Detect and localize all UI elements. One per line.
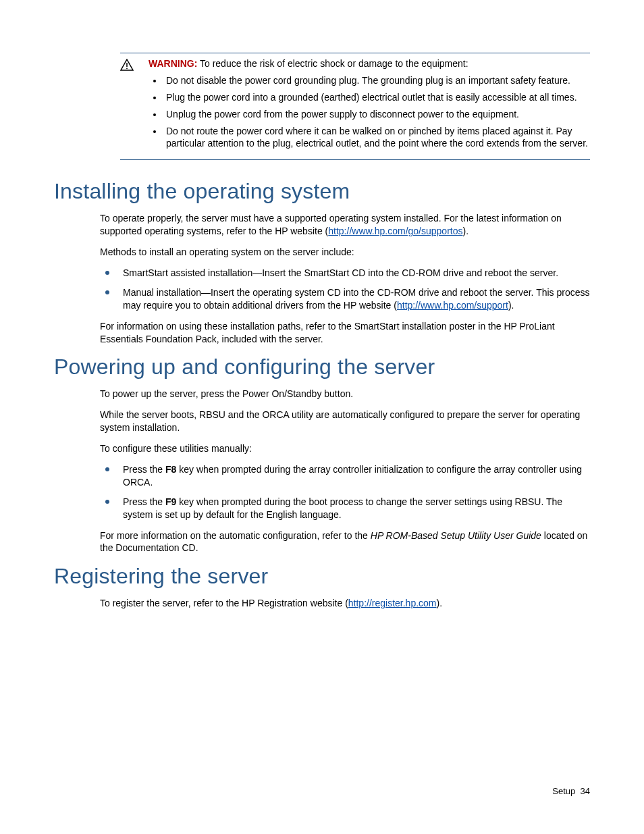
f8-key: F8 xyxy=(165,464,176,475)
footer-section: Setup xyxy=(552,786,575,796)
heading-registering: Registering the server xyxy=(54,564,590,589)
list-item: SmartStart assisted installation—Insert … xyxy=(100,267,590,280)
powering-p3: To configure these utilities manually: xyxy=(100,442,590,455)
f9-key: F9 xyxy=(165,496,176,507)
warning-label: WARNING: xyxy=(149,58,197,69)
powering-p4: For more information on the automatic co… xyxy=(100,529,590,555)
list-item: Manual installation—Insert the operating… xyxy=(100,286,590,312)
guide-title: HP ROM-Based Setup Utility User Guide xyxy=(371,530,541,541)
warning-item: Do not route the power cord where it can… xyxy=(163,125,590,151)
page-footer: Setup 34 xyxy=(552,786,590,796)
installing-body: To operate properly, the server must hav… xyxy=(100,212,590,345)
registering-body: To register the server, refer to the HP … xyxy=(100,597,590,610)
powering-bullets: Press the F8 key when prompted during th… xyxy=(100,463,590,521)
registering-p1: To register the server, refer to the HP … xyxy=(100,597,590,610)
warning-item: Unplug the power cord from the power sup… xyxy=(163,108,590,121)
warning-item: Do not disable the power cord grounding … xyxy=(163,74,590,87)
powering-p1: To power up the server, press the Power … xyxy=(100,388,590,400)
installing-p2: Methods to install an operating system o… xyxy=(100,246,590,259)
warning-box: WARNING: To reduce the risk of electric … xyxy=(120,53,590,160)
installing-bullets: SmartStart assisted installation—Insert … xyxy=(100,267,590,312)
heading-powering: Powering up and configuring the server xyxy=(54,355,590,380)
warning-text: WARNING: To reduce the risk of electric … xyxy=(149,57,590,154)
svg-point-2 xyxy=(126,68,128,69)
footer-page-number: 34 xyxy=(581,786,590,796)
warning-item: Plug the power cord into a grounded (ear… xyxy=(163,91,590,104)
list-item: Press the F9 key when prompted during th… xyxy=(100,496,590,521)
powering-body: To power up the server, press the Power … xyxy=(100,388,590,554)
installing-p3: For information on using these installat… xyxy=(100,320,590,346)
warning-intro: To reduce the risk of electric shock or … xyxy=(200,58,468,69)
warning-icon xyxy=(120,57,136,154)
powering-p2: While the server boots, RBSU and the ORC… xyxy=(100,409,590,434)
link-supportos[interactable]: http://www.hp.com/go/supportos xyxy=(328,226,462,236)
heading-installing: Installing the operating system xyxy=(54,179,590,204)
link-support[interactable]: http://www.hp.com/support xyxy=(397,300,508,311)
list-item: Press the F8 key when prompted during th… xyxy=(100,463,590,489)
page-content: WARNING: To reduce the risk of electric … xyxy=(0,0,644,610)
link-register[interactable]: http://register.hp.com xyxy=(348,598,437,608)
warning-list: Do not disable the power cord grounding … xyxy=(163,74,590,150)
installing-p1: To operate properly, the server must hav… xyxy=(100,212,590,238)
